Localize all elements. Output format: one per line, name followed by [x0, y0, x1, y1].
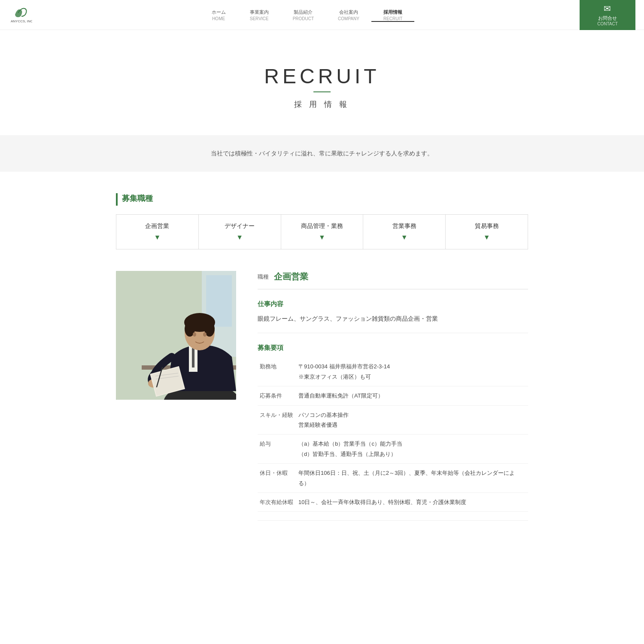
table-row: 勤務地〒910-0034 福井県福井市営谷2-3-14※東京オフィス（港区）も可 — [258, 357, 528, 386]
tab-shohin-kanri-arrow-icon: ▼ — [319, 234, 325, 241]
job-photo-image — [116, 271, 236, 400]
nav-recruit-ja: 採用情報 — [383, 9, 402, 15]
job-info: 職種 企画営業 仕事内容 眼鏡フレーム、サングラス、ファッション雑貨類の商品企画… — [258, 271, 528, 532]
header: ANYCCS, INC. ホーム HOME 事業案内 SERVICE 製品紹介 … — [0, 0, 644, 30]
nav-service[interactable]: 事業案内 SERVICE — [238, 9, 281, 21]
req-value: 年間休日106日：日、祝、土（月に2～3回）、夏季、年末年始等（会社カレンダーに… — [296, 464, 528, 493]
table-row: 給与（a）基本給（b）営業手当（c）能力手当（d）皆勤手当、通勤手当（上限あり） — [258, 434, 528, 464]
tab-eigyo-jimu-label: 営業事務 — [392, 222, 416, 230]
job-type-name: 企画営業 — [274, 271, 308, 283]
req-label: 応募条件 — [258, 386, 296, 405]
job-tabs: 企画営業 ▼ デザイナー ▼ 商品管理・業務 ▼ 営業事務 ▼ 貿易事務 ▼ — [116, 214, 528, 249]
tab-shohin-kanri-label: 商品管理・業務 — [301, 222, 343, 230]
tab-boueki-jimu[interactable]: 貿易事務 ▼ — [446, 215, 528, 249]
work-section-title: 仕事内容 — [258, 300, 528, 308]
table-row: 休日・休暇年間休日106日：日、祝、土（月に2～3回）、夏季、年末年始等（会社カ… — [258, 464, 528, 493]
table-row: スキル・経験パソコンの基本操作営業経験者優遇 — [258, 405, 528, 434]
table-row: 応募条件普通自動車運転免許（AT限定可） — [258, 386, 528, 405]
job-photo — [116, 271, 236, 532]
nav-company-ja: 会社案内 — [339, 9, 358, 15]
tab-designer-label: デザイナー — [225, 222, 255, 230]
person-illustration — [116, 271, 236, 400]
req-value: 〒910-0034 福井県福井市営谷2-3-14※東京オフィス（港区）も可 — [296, 357, 528, 386]
req-label: 年次有給休暇 — [258, 492, 296, 511]
main-content: 募集職種 企画営業 ▼ デザイナー ▼ 商品管理・業務 ▼ 営業事務 ▼ 貿易事… — [107, 172, 537, 553]
nav-home-ja: ホーム — [212, 9, 226, 15]
banner: 当社では積極性・バイタリティに溢れ、常に果敢にチャレンジする人を求めます。 — [0, 135, 644, 172]
nav-company-en: COMPANY — [338, 16, 359, 21]
tab-kikaku-eigyo-label: 企画営業 — [145, 222, 169, 230]
tab-boueki-jimu-arrow-icon: ▼ — [483, 234, 490, 241]
mail-icon: ✉ — [604, 3, 611, 14]
tab-designer-arrow-icon: ▼ — [236, 234, 243, 241]
req-label: スキル・経験 — [258, 405, 296, 434]
job-type-label: 職種 — [258, 273, 269, 281]
req-label: 休日・休暇 — [258, 464, 296, 493]
svg-point-13 — [203, 332, 207, 337]
tab-eigyo-jimu[interactable]: 営業事務 ▼ — [363, 215, 446, 249]
requirements-section-title: 募集要項 — [258, 344, 528, 352]
req-value: （a）基本給（b）営業手当（c）能力手当（d）皆勤手当、通勤手当（上限あり） — [296, 434, 528, 464]
svg-text:ANYCCS, INC.: ANYCCS, INC. — [11, 19, 32, 23]
logo[interactable]: ANYCCS, INC. — [9, 5, 34, 24]
tab-eigyo-jimu-arrow-icon: ▼ — [401, 234, 408, 241]
nav-recruit[interactable]: 採用情報 RECRUIT — [371, 9, 414, 21]
nav-company[interactable]: 会社案内 COMPANY — [326, 9, 371, 21]
contact-label-en: CONTACT — [597, 21, 618, 26]
work-section-content: 眼鏡フレーム、サングラス、ファッション雑貨類の商品企画・営業 — [258, 313, 528, 324]
req-label: 勤務地 — [258, 357, 296, 386]
tab-designer[interactable]: デザイナー ▼ — [199, 215, 281, 249]
nav-home[interactable]: ホーム HOME — [200, 9, 238, 21]
nav-service-ja: 事業案内 — [250, 9, 269, 15]
contact-label-ja: お問合せ — [598, 15, 617, 21]
work-section: 仕事内容 眼鏡フレーム、サングラス、ファッション雑貨類の商品企画・営業 — [258, 300, 528, 333]
nav-product[interactable]: 製品紹介 PRODUCT — [281, 9, 326, 21]
nav-service-en: SERVICE — [250, 16, 269, 21]
tab-boueki-jimu-label: 貿易事務 — [475, 222, 499, 230]
nav-product-en: PRODUCT — [293, 16, 314, 21]
hero-title-ja: 採 用 情 報 — [9, 99, 635, 109]
job-title-row: 職種 企画営業 — [258, 271, 528, 289]
req-value: パソコンの基本操作営業経験者優遇 — [296, 405, 528, 434]
hero-section: RECRUIT 採 用 情 報 — [0, 30, 644, 135]
req-value: 10日～、会社一斉年休取得日あり、特別休暇、育児・介護休業制度 — [296, 492, 528, 511]
table-row: 年次有給休暇10日～、会社一斉年休取得日あり、特別休暇、育児・介護休業制度 — [258, 492, 528, 511]
main-nav: ホーム HOME 事業案内 SERVICE 製品紹介 PRODUCT 会社案内 … — [200, 9, 415, 21]
hero-underline — [313, 91, 331, 92]
job-detail: 職種 企画営業 仕事内容 眼鏡フレーム、サングラス、ファッション雑貨類の商品企画… — [116, 271, 528, 532]
jobs-section-title: 募集職種 — [116, 193, 528, 206]
hero-title-en: RECRUIT — [9, 64, 635, 88]
nav-recruit-en: RECRUIT — [383, 16, 402, 21]
requirements-table: 勤務地〒910-0034 福井県福井市営谷2-3-14※東京オフィス（港区）も可… — [258, 357, 528, 512]
req-label: 給与 — [258, 434, 296, 464]
contact-button[interactable]: ✉ お問合せ CONTACT — [580, 0, 635, 30]
requirements-section: 募集要項 勤務地〒910-0034 福井県福井市営谷2-3-14※東京オフィス（… — [258, 344, 528, 521]
svg-point-12 — [193, 332, 196, 337]
tab-kikaku-eigyo-arrow-icon: ▼ — [154, 234, 161, 241]
req-value: 普通自動車運転免許（AT限定可） — [296, 386, 528, 405]
logo-mark-icon: ANYCCS, INC. — [9, 5, 32, 24]
tab-kikaku-eigyo[interactable]: 企画営業 ▼ — [116, 215, 199, 249]
svg-rect-7 — [192, 348, 194, 368]
tab-shohin-kanri[interactable]: 商品管理・業務 ▼ — [281, 215, 364, 249]
nav-home-en: HOME — [212, 16, 225, 21]
nav-product-ja: 製品紹介 — [294, 9, 313, 15]
banner-text: 当社では積極性・バイタリティに溢れ、常に果敢にチャレンジする人を求めます。 — [9, 148, 635, 159]
